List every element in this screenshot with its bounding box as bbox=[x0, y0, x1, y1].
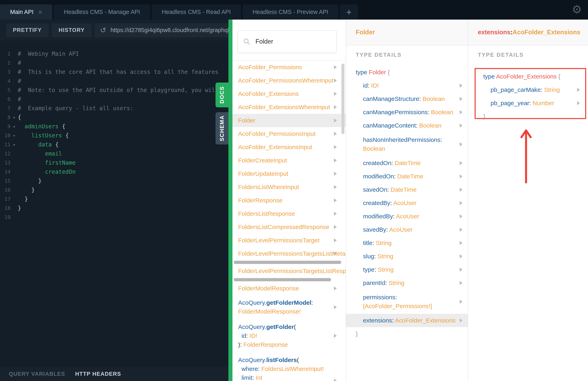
history-button[interactable]: HISTORY bbox=[52, 23, 92, 37]
row-text: AcoFolder_PermissionsInput bbox=[238, 129, 346, 138]
tab-headless-cms-preview-api[interactable]: Headless CMS - Preview API bbox=[243, 4, 339, 20]
doc-list-item[interactable]: AcoFolder_ExtensionsInput bbox=[232, 140, 346, 154]
type-field-row[interactable]: modifiedBy: AcoUser bbox=[346, 210, 468, 223]
tab-label: Headless CMS - Read API bbox=[162, 9, 231, 15]
doc-list-item[interactable]: AcoFolder_ExtensionsWhereInput bbox=[232, 101, 346, 114]
row-text: parentId: String bbox=[363, 278, 468, 287]
type-field-row[interactable]: pb_page_carMake: String bbox=[476, 83, 585, 96]
doc-list-item[interactable]: AcoQuery.getFolderModel:FolderModelRespo… bbox=[232, 295, 346, 319]
type-field-row[interactable]: modifiedOn: DateTime bbox=[346, 170, 468, 183]
type-field-row[interactable]: createdOn: DateTime bbox=[346, 156, 468, 170]
row-text: permissions: bbox=[363, 293, 468, 302]
doc-list-item[interactable]: FoldersListCompressedResponse bbox=[232, 220, 346, 234]
expand-arrow-icon bbox=[460, 281, 462, 285]
doc-list-item[interactable]: FolderResponse bbox=[232, 194, 346, 207]
close-tab-icon[interactable]: × bbox=[38, 9, 42, 15]
row-text: modifiedOn: DateTime bbox=[363, 172, 468, 181]
type-field-row[interactable]: type: String bbox=[346, 263, 468, 276]
doc-list-item[interactable]: FolderLevelPermissionsTargetsListMeta bbox=[232, 247, 346, 260]
type-field-row[interactable]: savedOn: DateTime bbox=[346, 183, 468, 196]
doc-list-item[interactable]: AcoFolder_Extensions bbox=[232, 87, 346, 101]
doc-list-item[interactable]: FolderCreateInput bbox=[232, 154, 346, 167]
expand-arrow-icon bbox=[460, 188, 462, 192]
type-field-row[interactable]: extensions: AcoFolder_Extensions bbox=[346, 314, 468, 327]
type-field-row[interactable]: slug: String bbox=[346, 250, 468, 263]
tab-headless-cms-manage-api[interactable]: Headless CMS - Manage API bbox=[54, 4, 150, 20]
type-field-row[interactable]: pb_page_year: Number bbox=[476, 96, 585, 110]
doc-list-item[interactable]: FoldersListWhereInput bbox=[232, 180, 346, 194]
row-text: FolderLevelPermissionsTargetsListRespo bbox=[238, 267, 346, 275]
fold-caret-icon[interactable]: ▾ bbox=[10, 142, 18, 147]
expand-arrow-icon bbox=[334, 132, 337, 136]
settings-gear-icon[interactable]: ⚙ bbox=[572, 3, 582, 16]
new-tab-button[interactable]: + bbox=[340, 4, 358, 20]
doc-list-item[interactable]: FoldersListResponse bbox=[232, 207, 346, 220]
type-field-row[interactable]: } bbox=[346, 327, 468, 340]
fold-caret-icon[interactable]: ▾ bbox=[10, 115, 18, 120]
expand-arrow-icon bbox=[577, 101, 580, 105]
doc-list-item[interactable]: AcoQuery.listFolders( where: FoldersList… bbox=[232, 352, 346, 381]
line-number: 1 bbox=[0, 51, 10, 57]
docs-type-list: AcoFolder_PermissionsAcoFolder_Permissio… bbox=[232, 61, 346, 381]
folder-fields-list: type Folder {id: ID!canManageStructure: … bbox=[346, 65, 468, 340]
reload-icon[interactable]: ↺ bbox=[100, 26, 106, 34]
docs-side-tab[interactable]: DOCS bbox=[215, 83, 229, 107]
graphql-playground: Main API×Headless CMS - Manage APIHeadle… bbox=[0, 0, 588, 381]
fold-caret-icon[interactable]: ▾ bbox=[10, 133, 18, 138]
type-field-row[interactable]: parentId: String bbox=[346, 276, 468, 290]
tab-main-api[interactable]: Main API× bbox=[0, 4, 52, 20]
expand-arrow-icon bbox=[460, 241, 462, 245]
type-field-row[interactable]: type Folder { bbox=[346, 65, 468, 79]
row-text: pb_page_carMake: String bbox=[491, 85, 585, 94]
type-field-row[interactable]: canManageStructure: Boolean bbox=[346, 92, 468, 106]
row-text: FolderResponse bbox=[238, 196, 346, 205]
pane-divider[interactable] bbox=[229, 20, 232, 381]
doc-list-item[interactable]: Folder bbox=[232, 114, 346, 127]
type-field-row[interactable]: hasNonInheritedPermissions:Boolean bbox=[346, 132, 468, 156]
type-field-row[interactable]: } bbox=[476, 110, 585, 123]
schema-side-tab[interactable]: SCHEMA bbox=[215, 112, 229, 145]
code-text: # bbox=[18, 60, 21, 66]
doc-list-item[interactable]: FolderModelResponse bbox=[232, 282, 346, 295]
code-text: # bbox=[18, 96, 21, 103]
horizontal-scrollbar[interactable] bbox=[234, 278, 331, 281]
type-field-row[interactable]: type AcoFolder_Extensions { bbox=[476, 70, 585, 83]
editor-line: 19 bbox=[0, 213, 229, 222]
expand-arrow-icon bbox=[334, 305, 337, 309]
endpoint-url-input[interactable]: ↺ https://d2785gi4qi6pw8.cloudfront.net/… bbox=[95, 23, 232, 37]
row-text: id: ID! bbox=[363, 81, 468, 90]
row-text: hasNonInheritedPermissions: bbox=[363, 135, 468, 144]
expand-arrow-icon bbox=[334, 334, 337, 338]
doc-list-item[interactable]: FolderLevelPermissionsTarget bbox=[232, 234, 346, 247]
type-field-row[interactable]: savedBy: AcoUser bbox=[346, 223, 468, 236]
doc-list-item[interactable]: FolderLevelPermissionsTargetsListRespo bbox=[232, 264, 346, 278]
prettify-button[interactable]: PRETTIFY bbox=[6, 23, 49, 37]
type-field-row[interactable]: id: ID! bbox=[346, 79, 468, 92]
row-text: FolderLevelPermissionsTargetsListMeta bbox=[238, 249, 346, 258]
docs-list-scrollbar[interactable] bbox=[341, 64, 344, 134]
editor-line: 10▾ listUsers { bbox=[0, 131, 229, 140]
expand-arrow-icon bbox=[460, 97, 462, 101]
type-field-row[interactable]: canManageContent: Boolean bbox=[346, 119, 468, 132]
row-text: } bbox=[356, 329, 468, 338]
doc-list-item[interactable]: AcoFolder_PermissionsWhereInput bbox=[232, 74, 346, 87]
query-editor[interactable]: 1# Webiny Main API2#3# This is the core … bbox=[0, 41, 229, 381]
tab-headless-cms-read-api[interactable]: Headless CMS - Read API bbox=[152, 4, 241, 20]
row-text: slug: String bbox=[363, 252, 468, 261]
horizontal-scrollbar[interactable] bbox=[234, 261, 341, 264]
type-field-row[interactable]: permissions:[AcoFolder_Permissions!] bbox=[346, 290, 468, 314]
editor-bottom-bar: QUERY VARIABLES HTTP HEADERS bbox=[0, 367, 229, 381]
expand-arrow-icon bbox=[334, 225, 337, 229]
docs-search-input[interactable]: Folder bbox=[238, 30, 336, 53]
row-text: Boolean bbox=[363, 144, 468, 153]
type-field-row[interactable]: canManagePermissions: Boolean bbox=[346, 106, 468, 119]
doc-list-item[interactable]: AcoFolder_Permissions bbox=[232, 61, 346, 74]
doc-list-item[interactable]: FolderUpdateInput bbox=[232, 167, 346, 180]
doc-list-item[interactable]: AcoFolder_PermissionsInput bbox=[232, 127, 346, 140]
http-headers-tab[interactable]: HTTP HEADERS bbox=[75, 371, 121, 377]
type-field-row[interactable]: createdBy: AcoUser bbox=[346, 196, 468, 210]
fold-caret-icon[interactable]: ▾ bbox=[10, 124, 18, 129]
query-variables-tab[interactable]: QUERY VARIABLES bbox=[9, 371, 65, 377]
doc-list-item[interactable]: AcoQuery.getFolder( id: ID!): FolderResp… bbox=[232, 319, 346, 352]
type-field-row[interactable]: title: String bbox=[346, 236, 468, 250]
